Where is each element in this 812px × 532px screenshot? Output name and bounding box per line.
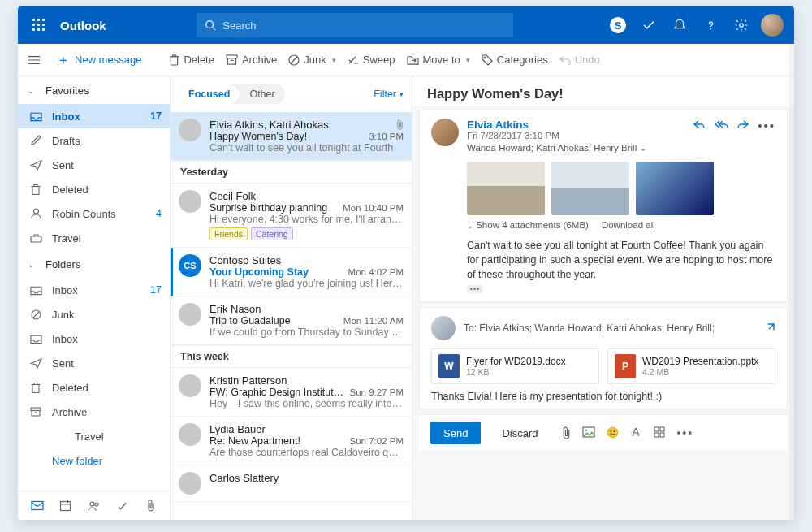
folder-travel[interactable]: Travel <box>18 226 170 250</box>
svg-rect-21 <box>32 411 40 417</box>
discard-button[interactable]: Discard <box>489 422 551 444</box>
people-module-icon[interactable] <box>84 495 105 517</box>
message-subject: Re: New Apartment! <box>209 435 345 447</box>
attachment-thumbnail[interactable] <box>467 162 545 215</box>
message-item[interactable]: Lydia BauerRe: New Apartment!Sun 7:02 PM… <box>171 417 412 465</box>
folder-inbox[interactable]: Inbox17 <box>18 278 170 302</box>
folder-deleted[interactable]: Deleted <box>18 177 170 201</box>
formatting-icon[interactable] <box>630 426 642 440</box>
tasks-module-icon[interactable] <box>112 495 133 517</box>
folder-drafts[interactable]: Drafts <box>18 128 170 153</box>
folder-sent[interactable]: Sent <box>18 153 170 177</box>
message-item[interactable]: Elvia Atkins, Katri AhokasHappy Women's … <box>171 112 412 161</box>
archive-button[interactable]: Archive <box>226 54 277 66</box>
folder-travel[interactable]: Travel <box>18 424 170 448</box>
reply-to-line[interactable]: To: Elvia Atkins; Wanda Howard; Katri Ah… <box>464 322 756 334</box>
reply-all-icon[interactable] <box>714 119 728 130</box>
hamburger-icon[interactable] <box>28 54 45 66</box>
expand-recipients-icon[interactable]: ⌄ <box>639 143 647 153</box>
settings-icon[interactable] <box>728 11 755 39</box>
delete-button[interactable]: Delete <box>169 54 214 66</box>
sender-avatar[interactable] <box>431 119 459 146</box>
sender-name[interactable]: Elvia Atkins <box>467 119 685 131</box>
recipients[interactable]: Wanda Howard; Katri Ahokas; Henry Brill … <box>467 142 685 154</box>
new-folder-link[interactable]: New folder <box>18 448 170 473</box>
date-group: This week <box>171 345 412 368</box>
junk-button[interactable]: Junk▾ <box>288 54 335 66</box>
insert-picture-icon[interactable] <box>582 426 595 440</box>
expand-quoted-icon[interactable]: ••• <box>467 285 483 293</box>
svg-rect-38 <box>660 433 664 437</box>
calendar-module-icon[interactable] <box>55 495 76 517</box>
help-icon[interactable] <box>697 11 724 39</box>
svg-rect-19 <box>32 385 39 393</box>
message-from: Lydia Bauer <box>209 423 266 435</box>
files-module-icon[interactable] <box>140 495 162 517</box>
apps-icon[interactable] <box>654 426 665 440</box>
folder-junk[interactable]: Junk <box>18 302 170 327</box>
attach-file-icon[interactable] <box>562 426 571 440</box>
scrollbar[interactable] <box>789 44 794 520</box>
app-launcher[interactable] <box>26 12 52 38</box>
favorites-group[interactable]: ⌄Favorites <box>18 76 170 104</box>
svg-line-18 <box>32 311 39 318</box>
skype-icon[interactable]: S <box>604 11 632 39</box>
popout-icon[interactable] <box>764 322 775 334</box>
tab-other[interactable]: Other <box>240 84 284 104</box>
category-tag[interactable]: Catering <box>251 227 293 240</box>
svg-point-33 <box>611 430 612 432</box>
show-attachments-link[interactable]: ⌄ Show 4 attachments (6MB) <box>467 220 589 230</box>
message-item[interactable]: Cecil FolkSurprise birthday planningMon … <box>171 184 412 248</box>
message-item[interactable]: CSContoso SuitesYour Upcoming StayMon 4:… <box>171 248 412 296</box>
mail-module-icon[interactable] <box>27 495 48 517</box>
folder-sent[interactable]: Sent <box>18 351 170 375</box>
more-actions-icon[interactable]: ••• <box>758 119 775 132</box>
download-all-link[interactable]: Download all <box>602 220 655 230</box>
message-subject: Surprise birthday planning <box>209 202 338 214</box>
move-to-button[interactable]: Move to▾ <box>407 54 470 66</box>
folders-group[interactable]: ⌄Folders <box>18 250 170 278</box>
tab-focused[interactable]: Focused <box>179 84 240 104</box>
notifications-icon[interactable] <box>666 11 693 39</box>
attachment-card[interactable]: WFlyer for WD2019.docx12 KB <box>431 348 599 384</box>
svg-point-29 <box>95 503 98 506</box>
reply-body[interactable]: Thanks Elvia! Here is my presentation fo… <box>431 391 775 402</box>
new-message-button[interactable]: ＋New message <box>57 54 141 67</box>
reply-icon[interactable] <box>693 119 706 130</box>
message-item[interactable]: Kristin PattersonFW: Graphic Design Inst… <box>171 368 412 417</box>
sweep-button[interactable]: Sweep <box>348 54 395 66</box>
category-tag[interactable]: Friends <box>209 227 248 240</box>
search-box[interactable] <box>197 13 513 37</box>
folder-inbox[interactable]: Inbox17 <box>18 104 170 128</box>
more-compose-icon[interactable]: ••• <box>676 426 693 440</box>
emoji-icon[interactable] <box>607 426 619 440</box>
forward-icon[interactable] <box>736 119 749 130</box>
todo-icon[interactable] <box>635 11 663 39</box>
attachment-thumbnail[interactable] <box>551 162 629 215</box>
message-item[interactable]: Erik NasonTrip to GuadalupeMon 11:20 AMI… <box>171 296 412 345</box>
folder-inbox[interactable]: Inbox <box>18 327 170 351</box>
attachment-card[interactable]: PWD2019 Presentation.pptx4.2 MB <box>607 348 775 384</box>
archive-icon <box>29 407 42 417</box>
search-icon <box>205 19 216 31</box>
send-button[interactable]: Send <box>430 422 481 444</box>
attachment-size: 4.2 MB <box>642 367 758 377</box>
folder-label: Inbox <box>52 333 162 345</box>
categories-button[interactable]: Categories <box>482 54 548 66</box>
folder-archive[interactable]: Archive <box>18 400 170 424</box>
account-avatar[interactable] <box>758 11 786 39</box>
folder-deleted[interactable]: Deleted <box>18 375 170 400</box>
folder-robin-counts[interactable]: Robin Counts4 <box>18 201 170 226</box>
svg-rect-23 <box>32 502 43 510</box>
filter-button[interactable]: Filter▾ <box>374 89 404 100</box>
undo-button[interactable]: Undo <box>559 54 600 66</box>
message-subject: Your Upcoming Stay <box>209 266 343 278</box>
attachment-thumbnail[interactable] <box>636 162 714 215</box>
svg-point-3 <box>740 24 744 28</box>
search-input[interactable] <box>222 19 505 32</box>
message-item[interactable]: Carlos Slattery <box>171 465 412 502</box>
message-time: Mon 10:40 PM <box>343 203 404 213</box>
module-switcher <box>18 491 170 520</box>
message-from: Erik Nason <box>209 303 261 315</box>
svg-point-13 <box>484 57 486 58</box>
